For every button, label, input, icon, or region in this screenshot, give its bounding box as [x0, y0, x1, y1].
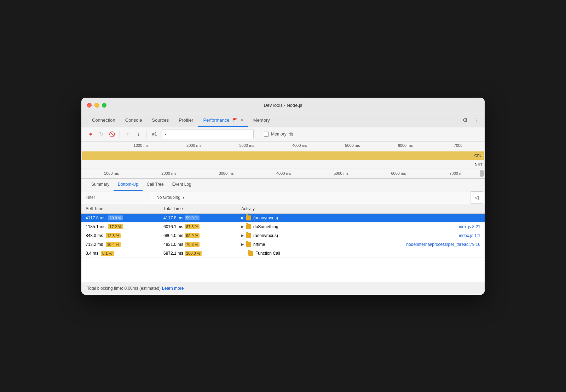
tick-3: 3000 ms — [220, 143, 273, 148]
performance-tab-icon: 🚩 — [232, 118, 237, 122]
grouping-dropdown[interactable]: No Grouping ▾ — [152, 191, 470, 204]
expand-arrow[interactable]: ▶ — [241, 242, 244, 246]
tab-summary[interactable]: Summary — [87, 178, 114, 191]
profile-dropdown[interactable]: ▾ — [162, 129, 254, 139]
cell-total-time: 6872.1 ms100.0 % — [159, 249, 237, 258]
cell-total-time: 4117.8 ms59.9 % — [159, 213, 237, 222]
cell-total-time: 6864.0 ms99.9 % — [159, 231, 237, 240]
nav-tabs: Connection Console Sources Profiler Perf… — [81, 113, 485, 127]
btick-1: 1000 ms — [83, 171, 140, 175]
upload-button[interactable]: ↑ — [123, 129, 133, 139]
table-container: Self Time Total Time Activity 4117.8 ms … — [81, 204, 485, 282]
record-button[interactable]: ● — [86, 129, 96, 139]
activity-link[interactable]: node:internal/process/per_thread:79:16 — [406, 242, 480, 247]
net-row: NET — [81, 161, 485, 168]
memory-label: Memory — [271, 132, 286, 137]
maximize-button[interactable] — [102, 103, 106, 108]
table-row[interactable]: 848.0 ms 12.3 %6864.0 ms99.9 % ▶ (anonym… — [81, 231, 485, 240]
tick-6: 6000 ms — [379, 143, 432, 148]
timeline-area: 1000 ms 2000 ms 3000 ms 4000 ms 5000 ms … — [81, 142, 485, 179]
table-header-row: Self Time Total Time Activity — [81, 204, 485, 214]
folder-icon — [246, 215, 251, 220]
timeline-top-ruler: 1000 ms 2000 ms 3000 ms 4000 ms 5000 ms … — [81, 142, 485, 150]
tab-event-log[interactable]: Event Log — [168, 178, 196, 191]
table-row[interactable]: 1185.1 ms 17.2 %6016.1 ms87.5 % ▶ doSome… — [81, 222, 485, 231]
tab-console[interactable]: Console — [120, 113, 147, 127]
cpu-bar — [82, 151, 484, 160]
top-ruler-ticks: 1000 ms 2000 ms 3000 ms 4000 ms 5000 ms … — [113, 143, 485, 148]
more-icon[interactable]: ⋮ — [473, 117, 479, 123]
tab-sources[interactable]: Sources — [147, 113, 174, 127]
tab-profiler[interactable]: Profiler — [174, 113, 198, 127]
tick-1: 1000 ms — [115, 143, 167, 148]
timeline-bottom-ruler: 1000 ms 2000 ms 3000 ms 4000 ms 5000 ms … — [81, 168, 485, 178]
toolbar-divider-2 — [146, 131, 146, 138]
tick-2: 2000 ms — [167, 143, 220, 148]
toolbar-divider-1 — [120, 131, 120, 138]
toolbar: ● ↻ 🚫 ↑ ↓ #1 ▾ Memory 🗑 — [81, 127, 485, 142]
collapse-panel-button[interactable]: ◁ — [470, 191, 483, 204]
btick-5: 5000 ms — [312, 171, 370, 175]
cell-activity: ▶ hrtime node:internal/process/per_threa… — [237, 240, 485, 249]
activity-name: hrtime — [253, 242, 265, 247]
cell-self-time: 8.4 ms 0.1 % — [81, 249, 159, 258]
activity-name: Function Call — [255, 251, 280, 256]
col-activity: Activity — [237, 204, 485, 214]
tab-performance[interactable]: Performance 🚩 ✕ — [198, 113, 248, 127]
tab-connection[interactable]: Connection — [87, 113, 120, 127]
profile-dropdown-arrow: ▾ — [165, 132, 167, 136]
profile-label: #1 — [149, 132, 160, 137]
tick-4: 4000 ms — [273, 143, 326, 148]
btick-6: 6000 ms — [370, 171, 427, 175]
tick-7: 7000 — [432, 143, 485, 148]
reload-button[interactable]: ↻ — [96, 129, 106, 139]
expand-arrow[interactable]: ▶ — [241, 216, 244, 220]
clear-button[interactable]: 🚫 — [107, 129, 117, 139]
cell-total-time: 4831.0 ms70.3 % — [159, 240, 237, 249]
tick-5: 5000 ms — [326, 143, 379, 148]
cpu-bar-row: CPU — [81, 150, 485, 161]
trash-button[interactable]: 🗑 — [289, 131, 294, 137]
activity-link[interactable]: index.js:8:21 — [457, 224, 480, 229]
download-button[interactable]: ↓ — [133, 129, 143, 139]
grouping-arrow-icon: ▾ — [183, 195, 185, 200]
table-row[interactable]: 4117.8 ms 59.9 %4117.8 ms59.9 % ▶ (anony… — [81, 213, 485, 222]
status-text: Total blocking time: 0.00ms (estimated) — [87, 286, 161, 291]
memory-checkbox-area: Memory — [264, 132, 286, 137]
table-row[interactable]: 8.4 ms 0.1 %6872.1 ms100.0 % Function Ca… — [81, 249, 485, 258]
expand-arrow[interactable]: ▶ — [241, 234, 244, 237]
btick-4: 4000 ms — [255, 171, 312, 175]
timeline-scrollbar[interactable] — [480, 170, 484, 177]
bottom-ruler-ticks: 1000 ms 2000 ms 3000 ms 4000 ms 5000 ms … — [81, 171, 485, 175]
expand-arrow[interactable]: ▶ — [241, 225, 244, 229]
nav-right-actions: ⚙ ⋮ — [463, 117, 479, 123]
table-row[interactable]: 713.2 ms 10.4 %4831.0 ms70.3 % ▶ hrtime … — [81, 240, 485, 249]
settings-icon[interactable]: ⚙ — [463, 117, 468, 123]
folder-icon — [246, 224, 251, 229]
col-total-time: Total Time — [159, 204, 237, 214]
btick-2: 2000 ms — [140, 171, 197, 175]
cell-activity: ▶ doSomething index.js:8:21 — [237, 222, 485, 231]
activity-name: (anonymous) — [253, 215, 278, 220]
toolbar-divider-3 — [258, 131, 258, 138]
activity-link[interactable]: index.js:1:1 — [459, 233, 480, 238]
filter-bar: No Grouping ▾ ◁ — [81, 191, 485, 204]
learn-more-link[interactable]: Learn more — [162, 286, 184, 291]
cell-activity: Function Call — [237, 249, 485, 258]
title-bar: DevTools - Node.js — [81, 98, 485, 113]
folder-icon — [246, 233, 251, 238]
performance-table: Self Time Total Time Activity 4117.8 ms … — [81, 204, 485, 258]
cell-self-time: 4117.8 ms 59.9 % — [81, 213, 159, 222]
tab-bottom-up[interactable]: Bottom-Up — [114, 178, 142, 191]
cell-activity: ▶ (anonymous) index.js:1:1 — [237, 231, 485, 240]
tab-call-tree[interactable]: Call Tree — [143, 178, 168, 191]
panel-tabs: Summary Bottom-Up Call Tree Event Log — [81, 179, 485, 191]
filter-input[interactable] — [81, 191, 152, 204]
close-button[interactable] — [87, 103, 92, 108]
tab-memory[interactable]: Memory — [248, 113, 275, 127]
btick-7: 7000 m — [427, 171, 485, 175]
minimize-button[interactable] — [94, 103, 99, 108]
performance-tab-close[interactable]: ✕ — [240, 118, 243, 122]
cell-activity: ▶ (anonymous) — [237, 213, 485, 222]
memory-checkbox[interactable] — [264, 132, 269, 137]
